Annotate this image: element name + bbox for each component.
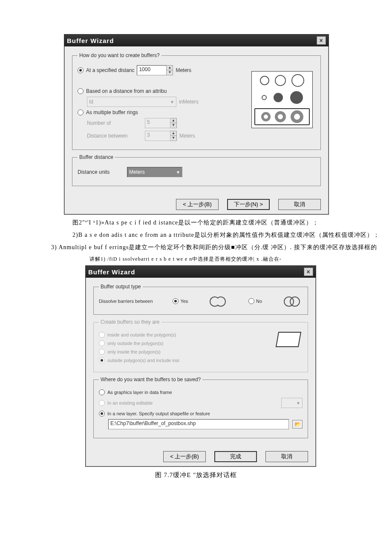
- dissolve-yes-illustration: [208, 296, 228, 306]
- opt-only-inside: only inside the polygon(s): [107, 349, 161, 354]
- opt-save-existing: In an existing editable: [107, 400, 153, 405]
- create-buffers-legend: How do you want to create buffers?: [78, 52, 161, 58]
- dialog-title: Buffer Wizard: [88, 268, 135, 276]
- opt-save-newlayer: In a new layer. Specify output shapefile…: [107, 411, 210, 416]
- rings-distance-label: Distance between: [87, 133, 142, 139]
- cancel-button[interactable]: 取消: [278, 199, 321, 210]
- distance-units-value: Meters: [129, 169, 145, 175]
- chevron-down-icon: ▼: [170, 100, 174, 104]
- opt-outside-include: outside polygon(s) and include insi: [107, 358, 179, 363]
- existing-layer-select: ▼: [281, 398, 303, 408]
- polygon-illustration: [274, 329, 303, 351]
- buffer-wizard-dialog-step2: Buffer Wizard × How do you want to creat…: [64, 34, 329, 215]
- radio-inside-outside: [99, 332, 105, 338]
- radio-specified[interactable]: [78, 67, 84, 73]
- create-buffers-group: How do you want to create buffers? At a …: [72, 52, 321, 150]
- close-icon[interactable]: ×: [304, 267, 313, 276]
- dialog-title: Buffer Wizard: [67, 37, 114, 44]
- dissolve-no-illustration: [282, 296, 303, 306]
- attribute-select-value: Id: [89, 99, 93, 105]
- radio-save-graphics[interactable]: [99, 389, 105, 395]
- create-so-legend: Create buffers so they are: [99, 319, 161, 325]
- save-where-group: Where do you want the buffers to be save…: [93, 377, 308, 438]
- browse-folder-icon[interactable]: 📂: [292, 420, 303, 428]
- caption-1: 图2"º'I ¹1)»Ata s pe c i f ied d istance是…: [72, 217, 392, 228]
- radio-save-newlayer[interactable]: [99, 411, 105, 417]
- rings-distance-spinner: 3 ▲▼: [145, 131, 177, 141]
- attribute-select: Id ▼: [87, 97, 176, 107]
- output-type-legend: Buffer output type: [99, 284, 143, 290]
- radio-outside-include: [99, 357, 105, 363]
- spinner-buttons: ▲▼: [170, 118, 177, 128]
- next-button[interactable]: 下一步(N) >: [227, 199, 270, 210]
- buffer-wizard-dialog-step3: Buffer Wizard × Buffer output type Disso…: [85, 265, 316, 467]
- attribute-unit: inMeters: [179, 99, 199, 105]
- dialog-buttons: < 上一步(B) 下一步(N) > 取消: [64, 195, 329, 214]
- radio-rings[interactable]: [78, 109, 84, 115]
- option-attribute-label: Based on a distance from an attribu: [86, 88, 167, 94]
- cancel-button[interactable]: 取消: [265, 451, 308, 462]
- back-button[interactable]: < 上一步(B): [163, 451, 206, 462]
- paragraph-2: 2)B a s e don adis t anc e from an a ttr…: [72, 230, 392, 240]
- distance-spinner[interactable]: 1000 ▲▼: [137, 65, 173, 75]
- dialog-buttons: < 上一步(B) 完成 取消: [86, 447, 316, 466]
- dissolve-no-label: No: [256, 299, 262, 304]
- distance-units-select[interactable]: Meters ▼: [127, 167, 182, 177]
- rings-unit-label: Meters: [179, 133, 195, 139]
- radio-only-inside: [99, 349, 105, 355]
- opt-only-outside: only outside the polygon(s): [107, 341, 163, 346]
- radio-dissolve-yes[interactable]: [173, 298, 179, 304]
- close-icon[interactable]: ×: [317, 36, 326, 45]
- distance-input[interactable]: 1000: [137, 65, 167, 75]
- output-type-group: Buffer output type Dissolve barriers bet…: [93, 284, 308, 315]
- spinner-buttons: ▲▼: [170, 131, 177, 141]
- radio-attribute[interactable]: [78, 88, 84, 94]
- finish-button[interactable]: 完成: [214, 451, 257, 462]
- rings-distance-input: 3: [145, 131, 170, 141]
- opt-save-graphics: As graphics layer in data frame: [107, 390, 172, 395]
- radio-dissolve-no[interactable]: [248, 298, 254, 304]
- rings-number-spinner: 5 ▲▼: [145, 118, 177, 128]
- save-where-legend: Where do you want the buffers to be save…: [99, 377, 202, 382]
- radio-only-outside: [99, 340, 105, 346]
- option-specified-label: At a specified distanc: [86, 67, 134, 73]
- titlebar: Buffer Wizard ×: [64, 35, 329, 46]
- paragraph-3: 3) Anmultipl e buf f errings是建立一个给定环个数和间…: [51, 242, 383, 253]
- chevron-down-icon[interactable]: ▼: [176, 170, 180, 175]
- dissolve-label: Dissolve barriers between: [99, 299, 153, 304]
- radio-save-existing: [99, 400, 105, 406]
- illustration-panel: [251, 71, 313, 128]
- rings-number-label: Number of: [87, 120, 142, 126]
- back-button[interactable]: < 上一步(B): [176, 199, 219, 210]
- dissolve-yes-label: Yes: [180, 299, 188, 304]
- create-so-group: Create buffers so they are inside and ou…: [93, 319, 308, 372]
- chevron-down-icon: ▼: [296, 401, 300, 405]
- buffer-distance-legend: Buffer distance: [78, 154, 115, 160]
- output-path-input[interactable]: E:\Chp7\buffer\Buffer_of_postbox.shp: [108, 419, 289, 429]
- spinner-buttons[interactable]: ▲▼: [167, 65, 173, 75]
- buffer-distance-group: Buffer distance Distance units Meters ▼: [72, 154, 321, 186]
- caption-2: 图 7.7缓冲E "放选择对话框: [30, 469, 362, 481]
- rings-number-input: 5: [145, 118, 170, 128]
- paragraph-3b: 讲解1) /fiD i ssolvebarri e r s b e t we e…: [89, 255, 392, 264]
- option-rings-label: As multiple buffer rings: [86, 109, 138, 115]
- distance-units-label: Distance units: [78, 169, 124, 175]
- distance-unit-label: Meters: [176, 67, 191, 73]
- titlebar: Buffer Wizard ×: [86, 266, 316, 278]
- opt-inside-outside: inside and outside the polygon(s): [107, 332, 176, 337]
